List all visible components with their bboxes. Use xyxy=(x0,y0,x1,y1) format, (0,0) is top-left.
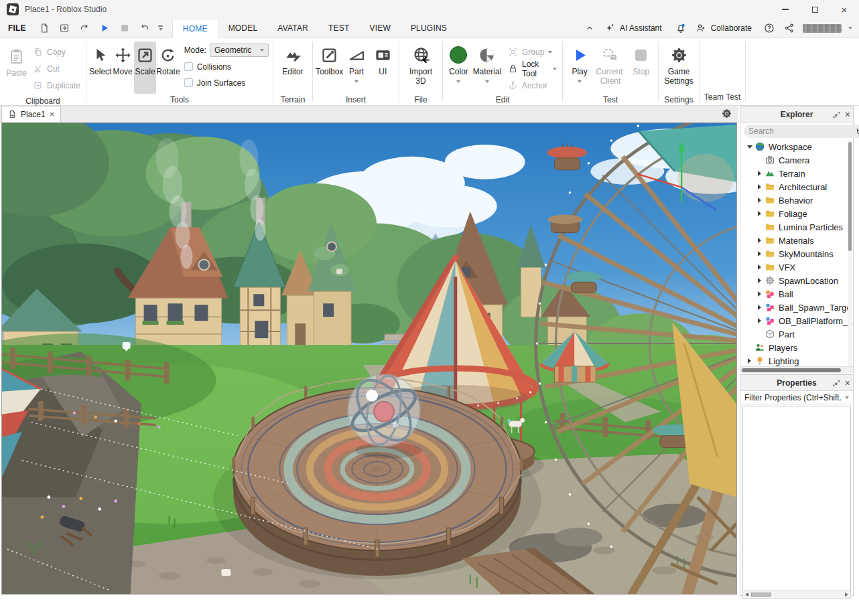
chevron-collapsed-icon[interactable] xyxy=(746,358,753,364)
lock-tool-button[interactable]: Lock Tool xyxy=(505,60,559,77)
tab-view[interactable]: VIEW xyxy=(359,19,400,38)
close-panel-icon[interactable]: × xyxy=(845,110,850,119)
tree-item-camera[interactable]: Camera xyxy=(740,153,853,167)
help-button[interactable] xyxy=(763,21,776,35)
scrollbar-thumb[interactable] xyxy=(751,593,771,597)
maximize-button[interactable] xyxy=(800,0,830,19)
current-client-button[interactable]: Current: Client xyxy=(594,42,627,94)
chevron-collapsed-icon[interactable] xyxy=(756,264,763,270)
search-history-icon[interactable] xyxy=(856,127,859,136)
close-button[interactable]: × xyxy=(830,0,859,19)
toolbox-button[interactable]: Toolbox xyxy=(316,42,343,94)
tree-item-skymountains[interactable]: SkyMountains xyxy=(740,247,853,260)
color-button[interactable]: Color xyxy=(446,42,472,94)
collapse-ribbon-button[interactable] xyxy=(583,21,596,35)
notifications-button[interactable] xyxy=(674,21,687,35)
viewport-3d[interactable] xyxy=(1,123,737,595)
properties-horizontal-scrollbar[interactable] xyxy=(742,591,851,599)
paste-button[interactable]: Paste xyxy=(3,43,30,95)
terrain-editor-button[interactable]: Editor xyxy=(278,42,308,94)
tab-avatar[interactable]: AVATAR xyxy=(267,19,318,38)
move-tool-button[interactable]: Move xyxy=(111,42,133,94)
import-3d-button[interactable]: Import 3D xyxy=(403,42,438,94)
tree-item-vfx[interactable]: VFX xyxy=(740,260,853,274)
chevron-collapsed-icon[interactable] xyxy=(756,184,763,189)
scroll-left-arrow[interactable] xyxy=(745,593,748,597)
dock-panel-icon[interactable] xyxy=(832,379,841,388)
anchor-button[interactable]: Anchor xyxy=(505,77,559,94)
quick-stop-button[interactable] xyxy=(116,20,133,36)
user-menu-chevron-icon[interactable] xyxy=(848,27,852,29)
explorer-vertical-scrollbar[interactable] xyxy=(848,140,852,366)
chevron-collapsed-icon[interactable] xyxy=(756,198,763,203)
play-button[interactable]: Play xyxy=(566,42,594,94)
scale-tool-button[interactable]: Scale xyxy=(134,42,156,94)
tab-model[interactable]: MODEL xyxy=(218,19,268,38)
mode-dropdown[interactable]: Geometric xyxy=(210,44,269,57)
chevron-collapsed-icon[interactable] xyxy=(756,251,763,256)
customize-toolbar-dropdown[interactable] xyxy=(156,20,166,36)
chevron-collapsed-icon[interactable] xyxy=(756,291,763,297)
select-tool-button[interactable]: Select xyxy=(89,42,111,94)
cut-button[interactable]: Cut xyxy=(30,60,83,77)
chevron-expanded-icon[interactable] xyxy=(746,145,753,149)
tree-item-architectural[interactable]: Architectural xyxy=(740,180,853,194)
tree-item-lumina-particles[interactable]: Lumina Particles xyxy=(740,220,853,234)
rotate-tool-button[interactable]: Rotate xyxy=(156,42,180,94)
scrollbar-thumb[interactable] xyxy=(848,142,852,251)
duplicate-button[interactable]: Duplicate xyxy=(30,77,83,94)
chevron-collapsed-icon[interactable] xyxy=(756,305,763,310)
scroll-right-arrow[interactable] xyxy=(845,593,848,597)
filter-properties-dropdown[interactable]: Filter Properties (Ctrl+Shift... xyxy=(740,391,853,404)
tree-item-lighting[interactable]: Lighting xyxy=(740,354,853,366)
tree-item-part[interactable]: Part xyxy=(740,327,853,341)
user-name-redacted[interactable] xyxy=(803,24,842,33)
dock-panel-icon[interactable] xyxy=(832,110,841,119)
scrollbar-thumb[interactable] xyxy=(742,368,841,372)
tree-item-ob-ballplatform[interactable]: OB_BallPlatform_a xyxy=(740,314,853,327)
tree-item-spawnlocation[interactable]: SpawnLocation xyxy=(740,274,853,287)
group-button[interactable]: Group xyxy=(505,44,559,60)
viewport-3d-scene[interactable] xyxy=(2,123,736,594)
part-button[interactable]: Part xyxy=(343,42,369,94)
collisions-checkbox[interactable] xyxy=(184,62,193,71)
tree-item-ball[interactable]: Ball xyxy=(740,287,853,301)
undo-button[interactable] xyxy=(136,20,153,36)
tree-item-players[interactable]: Players xyxy=(740,341,853,354)
join-surfaces-checkbox[interactable] xyxy=(184,78,193,87)
chevron-collapsed-icon[interactable] xyxy=(756,318,763,323)
close-tab-icon[interactable]: × xyxy=(50,109,55,119)
collaborate-label[interactable]: Collaborate xyxy=(711,23,752,33)
open-button[interactable] xyxy=(56,20,73,36)
material-button[interactable]: Material xyxy=(472,42,503,94)
tree-item-workspace[interactable]: Workspace xyxy=(740,140,853,153)
document-tab-place1[interactable]: Place1 × xyxy=(1,106,61,122)
copy-button[interactable]: Copy xyxy=(30,44,83,60)
tree-item-ball-spawn-target[interactable]: Ball_Spawn_Targe xyxy=(740,301,853,314)
explorer-horizontal-scrollbar[interactable] xyxy=(740,366,853,373)
close-panel-icon[interactable]: × xyxy=(845,378,850,388)
ai-assistant-label[interactable]: AI Assistant xyxy=(620,23,662,33)
game-settings-button[interactable]: Game Settings xyxy=(661,42,696,94)
viewport-settings-gear-icon[interactable] xyxy=(721,108,733,120)
chevron-collapsed-icon[interactable] xyxy=(756,238,763,243)
file-menu-button[interactable]: FILE xyxy=(0,23,34,33)
tree-item-behavior[interactable]: Behavior xyxy=(740,194,853,207)
chevron-collapsed-icon[interactable] xyxy=(756,211,763,216)
ai-assistant-button[interactable] xyxy=(603,21,616,35)
chevron-collapsed-icon[interactable] xyxy=(756,171,763,176)
search-box[interactable] xyxy=(744,125,859,138)
share-button[interactable] xyxy=(783,21,796,35)
tree-item-foliage[interactable]: Foliage xyxy=(740,207,853,220)
minimize-button[interactable] xyxy=(771,0,800,19)
tree-item-terrain[interactable]: Terrain xyxy=(740,167,853,180)
new-file-button[interactable] xyxy=(36,20,53,36)
search-input[interactable] xyxy=(748,127,852,136)
redo-button[interactable] xyxy=(76,20,93,36)
tab-home[interactable]: HOME xyxy=(172,19,218,39)
tab-test[interactable]: TEST xyxy=(318,19,359,38)
tab-plugins[interactable]: PLUGINS xyxy=(401,19,457,38)
stop-button[interactable]: Stop xyxy=(627,42,655,94)
quick-play-button[interactable] xyxy=(96,20,113,36)
ui-button[interactable]: UI xyxy=(370,42,396,94)
